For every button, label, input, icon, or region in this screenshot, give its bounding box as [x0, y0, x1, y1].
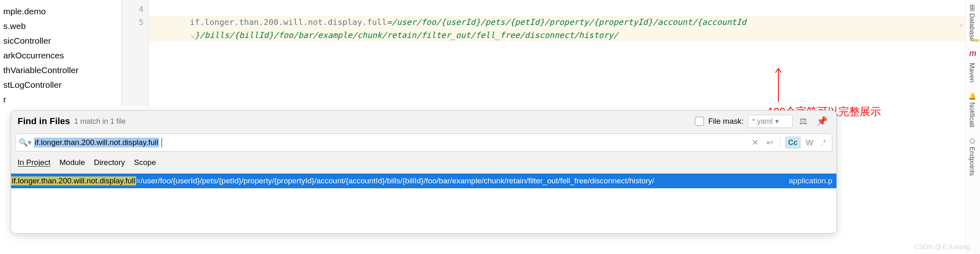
regex-button[interactable]: .*: [818, 138, 829, 147]
history-icon[interactable]: ↩: [764, 136, 776, 149]
scope-scope[interactable]: Scope: [134, 158, 156, 168]
scope-in-project[interactable]: In Project: [18, 158, 50, 168]
pin-icon[interactable]: 📌: [814, 116, 830, 127]
wrap-continuation-icon: ↘: [190, 30, 195, 40]
property-value-cont: }: [195, 30, 200, 40]
code-line-wrapped[interactable]: ↘}/bills/{billId}/foo/bar/example/chunk/…: [149, 29, 965, 42]
find-in-files-dialog: Find in Files 1 match in 1 file File mas…: [11, 110, 837, 234]
file-mask-checkbox[interactable]: [695, 117, 704, 126]
endpoints-tab[interactable]: ⎔ Endpoints: [966, 132, 978, 181]
maven-tab[interactable]: Maven: [966, 58, 978, 87]
scope-tabs: In Project Module Directory Scope: [11, 154, 836, 174]
tree-item[interactable]: r: [3, 92, 119, 107]
dialog-title: Find in Files: [18, 116, 70, 127]
result-match-highlight: if.longer.than.200.will.not.display.full: [11, 176, 136, 185]
scope-module[interactable]: Module: [59, 158, 85, 168]
tree-item[interactable]: arkOccurrences: [3, 48, 119, 63]
endpoints-icon: ⎔: [969, 137, 976, 145]
property-value: /user/foo/{userId}/pets/{petId}/property…: [392, 17, 746, 27]
match-count: 1 match in 1 file: [74, 117, 126, 126]
search-input[interactable]: 🔍▾ if.longer.than.200.will.not.display.f…: [15, 134, 832, 152]
clear-icon[interactable]: ✕: [749, 136, 762, 149]
file-mask-combo[interactable]: *.yaml ▾: [748, 115, 793, 128]
file-mask-label: File mask:: [708, 117, 744, 126]
property-value-cont2: /bills/{billId}/foo/bar/example/chunk/re…: [200, 30, 618, 40]
line-number: 4: [121, 2, 144, 16]
results-empty-area: [11, 188, 836, 233]
editor-gutter: 4 5: [121, 0, 149, 106]
notifications-tab[interactable]: 🔔 Notificati: [966, 87, 978, 132]
line-number: 5: [121, 16, 144, 29]
search-text-selected: if.longer.than.200.will.not.display.full: [34, 138, 159, 147]
warning-stripe[interactable]: [973, 39, 979, 42]
property-key: if.longer.than.200.will.not.display.full: [190, 17, 387, 27]
database-icon: 🗄: [969, 5, 976, 11]
bell-icon: 🔔: [969, 92, 976, 100]
project-tree[interactable]: mple.demo s.web sicController arkOccurre…: [0, 0, 119, 107]
search-result-row[interactable]: if.longer.than.200.will.not.display.full…: [11, 174, 836, 188]
maven-icon: m: [966, 46, 980, 58]
equals: =: [387, 17, 392, 27]
whole-words-button[interactable]: W: [803, 138, 816, 147]
tree-item[interactable]: s.web: [3, 19, 119, 33]
tree-item[interactable]: thVariableController: [3, 63, 119, 78]
tree-item[interactable]: stLogController: [3, 78, 119, 92]
right-toolbar: 🗄 Database m Maven 🔔 Notificati ⎔ Endpoi…: [965, 0, 980, 254]
dialog-header: Find in Files 1 match in 1 file File mas…: [11, 111, 836, 131]
tree-item[interactable]: mple.demo: [3, 4, 119, 19]
search-icon: 🔍▾: [19, 138, 31, 147]
annotation-arrow: [774, 65, 782, 107]
chevron-down-icon: ▾: [775, 117, 779, 126]
file-mask-value: *.yaml: [752, 117, 773, 126]
tree-item[interactable]: sicController: [3, 33, 119, 48]
result-line-text: =/user/foo/{userId}/pets/{petId}/propert…: [136, 176, 781, 185]
result-file-name: application.p: [780, 176, 832, 185]
code-line[interactable]: if.longer.than.200.will.not.display.full…: [149, 16, 965, 29]
editor-area[interactable]: if.longer.than.200.will.not.display.full…: [149, 0, 965, 106]
watermark: CSDN @石头wang: [915, 243, 970, 252]
match-case-button[interactable]: Cc: [785, 136, 801, 149]
filter-icon[interactable]: ⚖: [797, 116, 810, 127]
scope-directory[interactable]: Directory: [94, 158, 125, 168]
